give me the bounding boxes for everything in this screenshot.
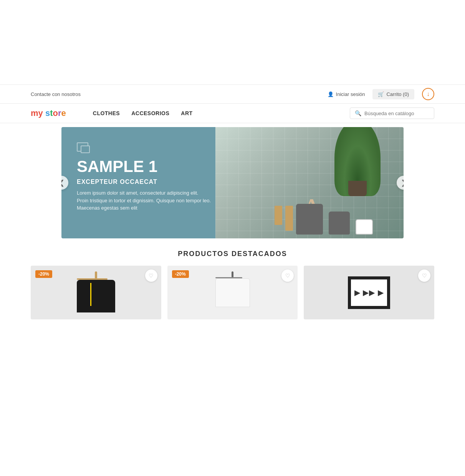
hero-subtitle: EXCEPTEUR OCCAECAT [77, 178, 211, 185]
chevron-right-icon: ❯ [401, 178, 404, 187]
logo[interactable]: my store [31, 108, 66, 118]
chevron-left-icon: ❮ [61, 178, 65, 187]
products-grid: -20% ♡ -20% ♡ [31, 266, 434, 319]
hanger-hook [95, 271, 97, 279]
nav-link-accesorios[interactable]: ACCESORIOS [131, 110, 169, 116]
hero-content: SAMPLE 1 EXCEPTEUR OCCAECAT Lorem ipsum … [77, 142, 211, 212]
nav-bar: my store CLOTHES ACCESORIOS ART 🔍 [0, 104, 465, 123]
product-badge-2: -20% [172, 270, 189, 278]
candle-1 [275, 206, 282, 225]
products-section-title: PRODUCTOS DESTACADOS [31, 250, 434, 258]
shirt-hanger-hook [232, 271, 233, 278]
hero-description: Lorem ipsum dolor sit amet, consectetur … [77, 189, 211, 212]
logo-text-s2: t [50, 108, 53, 118]
jacket-body [77, 280, 115, 312]
download-icon: ↓ [427, 91, 430, 98]
shirt-body [215, 278, 250, 307]
candle-2 [285, 206, 293, 231]
logo-text-s5: e [61, 108, 66, 118]
cart-button[interactable]: 🛒 Carrito (0) [372, 89, 414, 99]
pot-small [356, 219, 373, 235]
hero-slider: A SAMPLE 1 EXCEPTEUR OCCAECAT Lorem ipsu… [31, 127, 434, 238]
product-frame-container: ▶ ▶▶ ▶ [304, 266, 434, 319]
hero-copy-icon [77, 142, 88, 152]
nav-links: CLOTHES ACCESORIOS ART [93, 110, 193, 116]
products-section: PRODUCTOS DESTACADOS -20% ♡ -20% ♡ [0, 250, 465, 327]
user-icon: 👤 [328, 91, 334, 97]
nav-link-art[interactable]: ART [181, 110, 192, 116]
bottom-spacer [0, 327, 465, 435]
hero-container: A SAMPLE 1 EXCEPTEUR OCCAECAT Lorem ipsu… [61, 127, 404, 238]
hero-pots-decoration [296, 204, 373, 235]
product-wishlist-1[interactable]: ♡ [145, 269, 157, 282]
product-wishlist-3[interactable]: ♡ [418, 269, 430, 282]
search-bar[interactable]: 🔍 [350, 107, 434, 119]
pot-large [296, 204, 323, 235]
logo-text-s4: r [58, 108, 61, 118]
top-bar-actions: 👤 Iniciar sesión 🛒 Carrito (0) ↓ [328, 88, 434, 100]
product-image-3: ▶ ▶▶ ▶ [304, 266, 434, 319]
shirt-hanger [215, 271, 250, 307]
product-badge-1: -20% [35, 270, 52, 278]
product-card-1[interactable]: -20% ♡ [31, 266, 161, 319]
download-button[interactable]: ↓ [422, 88, 434, 100]
product-card-2[interactable]: -20% ♡ [167, 266, 298, 319]
cart-icon: 🛒 [378, 91, 384, 97]
hero-plant-decoration [334, 127, 381, 196]
hero-background-right: A [215, 127, 404, 238]
search-icon: 🔍 [355, 110, 361, 116]
search-input[interactable] [364, 111, 429, 116]
product-card-3[interactable]: ♡ ▶ ▶▶ ▶ [304, 266, 434, 319]
product-frame: ▶ ▶▶ ▶ [348, 276, 390, 309]
logo-text-my: my [31, 108, 45, 118]
top-bar: Contacte con nosotros 👤 Iniciar sesión 🛒… [0, 84, 465, 104]
contact-link[interactable]: Contacte con nosotros [31, 91, 81, 97]
nav-link-clothes[interactable]: CLOTHES [93, 110, 120, 116]
logo-text-s3: o [53, 108, 58, 118]
pot-medium [329, 212, 350, 235]
hero-title: SAMPLE 1 [77, 158, 211, 175]
login-button[interactable]: 👤 Iniciar sesión [328, 91, 365, 97]
frame-content: ▶ ▶▶ ▶ [354, 288, 384, 297]
jacket-hanger [77, 271, 115, 312]
logo-text-s1: s [45, 108, 50, 118]
